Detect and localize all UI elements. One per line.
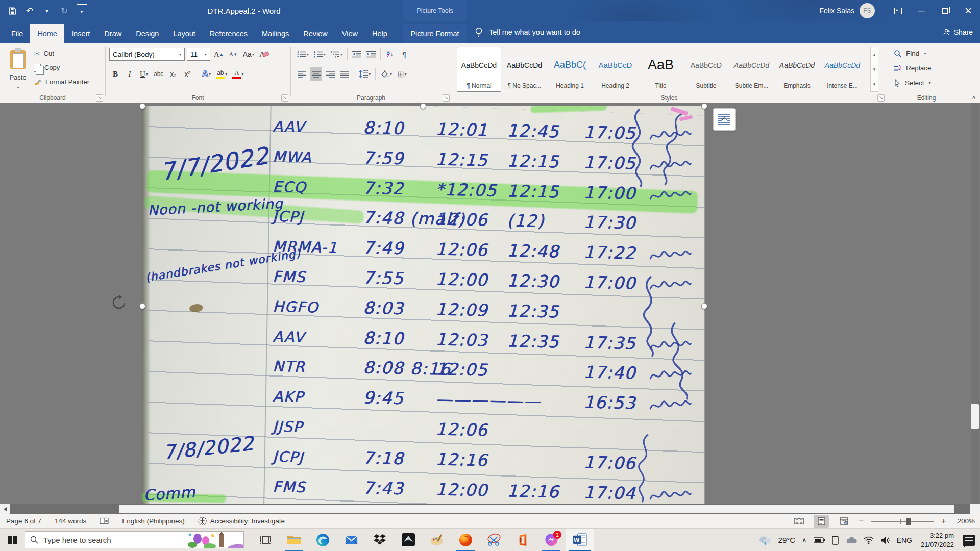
bold-button[interactable]: B: [109, 67, 121, 81]
selection-handle-top-center[interactable]: [420, 103, 426, 109]
temperature[interactable]: 29°C: [778, 536, 796, 544]
taskbar-dropbox[interactable]: [365, 529, 394, 551]
style-gallery-item[interactable]: AaBbCcDd Intense E...: [820, 47, 865, 92]
paragraph-dialog-launcher[interactable]: ↘: [443, 94, 450, 102]
taskbar-mail[interactable]: [337, 529, 365, 551]
horizontal-scrollbar-thumb[interactable]: [119, 505, 954, 513]
styles-scroll-down-icon[interactable]: ▼: [871, 62, 878, 77]
cut-button[interactable]: ✂ Cut: [34, 47, 89, 60]
wifi-icon[interactable]: [864, 536, 874, 544]
page-indicator[interactable]: Page 6 of 7: [6, 517, 41, 525]
taskbar-word[interactable]: W: [566, 529, 594, 551]
line-spacing-button[interactable]: ▾: [357, 67, 372, 81]
taskbar-predator-app[interactable]: [394, 529, 423, 551]
ribbon-tab[interactable]: File: [4, 24, 30, 43]
selection-handle-middle-right[interactable]: [701, 303, 707, 309]
language-tray[interactable]: ENG: [897, 536, 912, 544]
zoom-slider-thumb[interactable]: [906, 518, 911, 525]
restore-button[interactable]: [933, 0, 957, 21]
zoom-level[interactable]: 200%: [953, 517, 975, 525]
taskbar-firefox[interactable]: [451, 529, 480, 551]
select-button[interactable]: Select ▾: [894, 77, 932, 89]
clock[interactable]: 3:22 pm 21/07/2022: [921, 531, 954, 549]
strikethrough-button[interactable]: abc: [152, 67, 165, 81]
avatar[interactable]: FS: [860, 3, 875, 18]
ribbon-tab[interactable]: View: [335, 24, 365, 43]
sort-button[interactable]: AZ ↓: [384, 47, 396, 61]
signed-in-user[interactable]: Felix Salas: [820, 7, 854, 15]
action-center-icon[interactable]: [963, 535, 975, 546]
numbering-button[interactable]: ▾: [312, 47, 327, 61]
find-button[interactable]: Find ▾: [894, 47, 932, 60]
minimize-button[interactable]: ─: [910, 0, 933, 21]
layout-options-button[interactable]: [713, 108, 736, 131]
tell-me-box[interactable]: Tell me what you want to do: [475, 21, 580, 43]
multilevel-list-button[interactable]: ▾: [329, 47, 344, 61]
style-gallery-item[interactable]: AaBbCcD Heading 2: [593, 47, 638, 92]
styles-gallery-expand-icon[interactable]: ▼: [871, 77, 878, 91]
font-size-combo[interactable]: 11 ▾: [187, 48, 210, 61]
ribbon-tab[interactable]: Home: [30, 24, 64, 43]
tab-picture-format[interactable]: Picture Format: [403, 24, 467, 43]
selection-handle-top-left[interactable]: [139, 103, 145, 109]
ribbon-tab[interactable]: Design: [129, 24, 166, 43]
search-input[interactable]: [43, 536, 171, 544]
style-gallery-item[interactable]: AaBbCcDd Emphasis: [775, 47, 819, 92]
save-icon[interactable]: [7, 4, 17, 17]
superscript-button[interactable]: x²: [181, 67, 193, 81]
collapse-ribbon-icon[interactable]: ∧: [972, 94, 976, 101]
web-layout-button[interactable]: [836, 515, 851, 528]
word-count[interactable]: 144 words: [55, 517, 86, 525]
vertical-scrollbar-thumb[interactable]: [971, 404, 979, 429]
selection-handle-middle-left[interactable]: [139, 303, 145, 309]
document-canvas[interactable]: 7/7/2022 Noon -not working (handbrakes n…: [0, 103, 980, 504]
font-color-button[interactable]: A ▾: [231, 67, 245, 81]
text-highlight-button[interactable]: ab ▾: [214, 67, 229, 81]
volume-icon[interactable]: [880, 536, 890, 544]
taskbar-edge[interactable]: [308, 529, 337, 551]
style-gallery-item[interactable]: AaBbCcDd Subtle Em...: [729, 47, 774, 92]
taskbar-messenger[interactable]: 1: [537, 529, 566, 551]
copy-button[interactable]: Copy: [34, 61, 89, 74]
font-dialog-launcher[interactable]: ↘: [281, 94, 288, 102]
paste-dropdown-icon[interactable]: ▾: [17, 85, 19, 90]
taskbar-paint[interactable]: [423, 529, 451, 551]
taskbar-file-explorer[interactable]: [280, 529, 308, 551]
ribbon-tab[interactable]: Draw: [97, 24, 129, 43]
start-button[interactable]: [0, 529, 24, 551]
taskbar-office[interactable]: [508, 529, 537, 551]
taskbar-search[interactable]: [24, 531, 244, 548]
read-mode-button[interactable]: [791, 515, 806, 528]
redo-icon[interactable]: ↻: [59, 4, 69, 17]
ribbon-tab[interactable]: Help: [365, 24, 395, 43]
paste-button[interactable]: Paste ▾: [4, 47, 32, 92]
selected-picture-dtr-photo[interactable]: 7/7/2022 Noon -not working (handbrakes n…: [142, 106, 704, 504]
shrink-font-button[interactable]: A▼: [227, 47, 239, 61]
change-case-button[interactable]: Aa▾: [241, 47, 256, 61]
styles-dialog-launcher[interactable]: ↘: [877, 94, 885, 102]
customize-qat-icon[interactable]: ▾: [77, 4, 87, 17]
shading-button[interactable]: ▾: [379, 67, 394, 81]
zoom-in-button[interactable]: +: [941, 516, 946, 527]
selection-handle-top-right[interactable]: [701, 103, 707, 109]
ribbon-display-options-icon[interactable]: [886, 0, 910, 21]
justify-button[interactable]: [338, 67, 351, 81]
close-button[interactable]: ×: [957, 0, 980, 21]
ribbon-tab[interactable]: Mailings: [255, 24, 296, 43]
battery-icon[interactable]: [814, 537, 825, 543]
align-right-button[interactable]: [324, 67, 336, 81]
ribbon-tab[interactable]: Layout: [166, 24, 203, 43]
style-gallery-item[interactable]: AaBbCcDd ¶ Normal: [457, 47, 501, 92]
print-layout-button[interactable]: [814, 515, 829, 528]
clear-formatting-button[interactable]: A: [258, 47, 271, 61]
replace-button[interactable]: Replace: [894, 62, 932, 74]
onedrive-icon[interactable]: [846, 537, 857, 544]
align-left-button[interactable]: [296, 67, 308, 81]
borders-button[interactable]: ⊞▾: [396, 67, 408, 81]
zoom-slider[interactable]: [871, 521, 934, 522]
zoom-out-button[interactable]: −: [859, 516, 864, 527]
style-gallery-item[interactable]: AaBbCcDd ¶ No Spac...: [502, 47, 547, 92]
style-gallery-item[interactable]: AaB Title: [639, 47, 683, 92]
format-painter-button[interactable]: Format Painter: [34, 76, 89, 88]
weather-icon[interactable]: [758, 535, 772, 546]
